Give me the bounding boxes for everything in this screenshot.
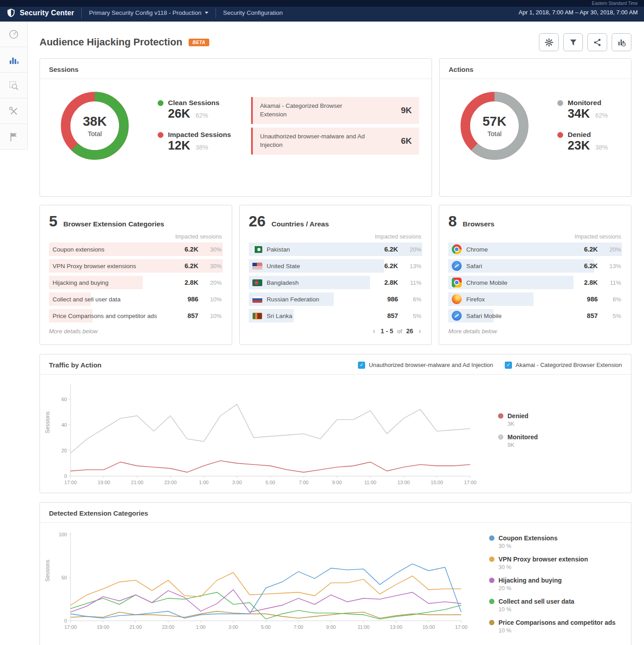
series-checkbox[interactable]: ✓Akamai - Categorized Browser Extension	[505, 362, 622, 369]
sidebar-item-flag[interactable]	[0, 124, 28, 150]
legend-series-value: 3K	[507, 421, 538, 427]
config-selector[interactable]: Primary Security Config v118 - Productio…	[89, 9, 208, 16]
row-value: 986	[377, 296, 398, 303]
table-row[interactable]: Firefox9866%	[448, 292, 622, 306]
more-details-note: More details below	[49, 328, 223, 335]
table-row[interactable]: Safari Mobile8575%	[448, 309, 622, 322]
gear-button[interactable]	[539, 33, 559, 51]
impacted-sessions-header: Impacted sessions	[49, 234, 222, 240]
callout-label: Akamai - Categorized Browser Extension	[260, 102, 368, 119]
safari-icon	[452, 261, 462, 271]
row-label: Sri Lanka	[267, 313, 292, 319]
table-row[interactable]: Collect and sell user data98610%	[49, 292, 223, 306]
svg-text:1:00: 1:00	[196, 624, 205, 630]
left-sidebar	[0, 22, 28, 645]
row-value: 986	[577, 296, 598, 303]
shield-icon	[6, 8, 16, 18]
legend-series-value: 30 %	[498, 543, 616, 549]
countries-panel: 26 Countries / Areas Impacted sessions P…	[239, 205, 432, 345]
table-row[interactable]: Sri Lanka8575%	[249, 309, 423, 322]
next-page-button[interactable]: ›	[417, 327, 422, 335]
legend-dot-icon	[489, 620, 494, 625]
legend-value: 34K	[568, 107, 590, 121]
row-label: Collect and sell user data	[53, 296, 121, 303]
table-row[interactable]: Hijacking and buying2.8K20%	[49, 276, 223, 289]
date-range-selector[interactable]: Apr 1, 2018, 7:00 AM – Apr 30, 2018, 7:0…	[519, 9, 638, 16]
legend-value: 26K	[168, 107, 190, 121]
app-title: Security Center	[20, 9, 74, 17]
impacted-sessions-header: Impacted sessions	[448, 234, 621, 240]
row-value: 2.8K	[178, 279, 198, 286]
row-value: 6.2K	[178, 262, 198, 269]
flag-us-icon	[252, 263, 262, 269]
table-row[interactable]: VPN Proxy browser extensions6.2K30%	[49, 259, 223, 273]
legend-dot-icon	[158, 132, 163, 138]
row-label: Chrome Mobile	[466, 279, 507, 286]
flag-icon	[8, 131, 19, 142]
row-label: United State	[267, 263, 300, 269]
table-row[interactable]: Chrome6.2K20%	[448, 243, 622, 256]
actions-panel: Actions 57K Total Monitored34K62%Denied2…	[439, 58, 631, 197]
sessions-panel-title: Sessions	[40, 59, 432, 79]
legend-item: Clean Sessions26K62%	[158, 99, 231, 121]
row-percent: 13%	[402, 263, 421, 269]
svg-text:3:00: 3:00	[232, 480, 242, 485]
legend-label: Clean Sessions	[168, 99, 220, 107]
detected-y-axis-label: Sessions	[44, 560, 51, 582]
svg-text:3:00: 3:00	[229, 624, 238, 630]
sidebar-item-bar-chart[interactable]	[0, 47, 28, 73]
row-value: 857	[377, 312, 398, 319]
row-value: 6.2K	[377, 262, 398, 269]
sidebar-item-grid-search[interactable]	[0, 73, 28, 98]
countries-pagination: ‹ 1 - 5 of 26 ›	[249, 327, 423, 335]
svg-text:0: 0	[64, 473, 67, 479]
legend-series-value: 10 %	[498, 606, 616, 613]
chrome-mobile-icon	[452, 278, 462, 287]
browsers-count: 8	[448, 212, 457, 230]
row-value: 6.2K	[577, 246, 598, 253]
table-row[interactable]: Pakistan6.2K20%	[249, 243, 423, 256]
svg-text:0: 0	[64, 618, 67, 623]
svg-text:17:00: 17:00	[64, 480, 77, 485]
impacted-callout: Akamai - Categorized Browser Extension9K	[251, 97, 419, 124]
row-label: Chrome	[466, 246, 488, 253]
chart-legend-item: Monitored9K	[498, 433, 538, 448]
table-row[interactable]: Price Comparisons and competitor ads8571…	[49, 309, 223, 322]
traffic-by-action-panel: Traffic by Action ✓Unauthorized browser-…	[40, 354, 631, 493]
table-row[interactable]: Russian Federation9866%	[249, 292, 423, 306]
sessions-donut-chart: 38K Total	[61, 92, 129, 160]
impacted-sessions-header: Impacted sessions	[249, 234, 422, 240]
legend-value: 12K	[168, 139, 190, 153]
row-percent: 20%	[203, 279, 222, 286]
row-label: Safari	[466, 263, 482, 269]
table-row[interactable]: Coupon extensions6.2K30%	[49, 243, 223, 256]
section-label[interactable]: Security Configuration	[223, 9, 283, 16]
callout-label: Unauthorized browser-malware and Ad Inje…	[260, 133, 368, 150]
table-row[interactable]: Safari6.2K13%	[448, 259, 622, 273]
sidebar-item-tools[interactable]	[0, 98, 28, 124]
row-percent: 20%	[402, 246, 421, 253]
filter-button[interactable]	[563, 33, 583, 51]
browsers-panel: 8 Browsers Impacted sessions Chrome6.2K2…	[439, 205, 631, 345]
legend-dot-icon	[489, 557, 494, 562]
row-label: Price Comparisons and competitor ads	[53, 313, 157, 319]
table-row[interactable]: Chrome Mobile2.8K11%	[448, 276, 622, 289]
share-button[interactable]	[587, 33, 607, 51]
timezone-label: Eastern Standard Time	[592, 1, 638, 6]
detected-chart-title: Detected Extension Categories	[49, 509, 148, 517]
sidebar-item-gauge[interactable]	[0, 22, 28, 47]
report-clock-button[interactable]	[612, 33, 631, 51]
bar-chart-icon	[8, 54, 19, 66]
row-percent: 13%	[602, 263, 621, 269]
page-of-label: of	[397, 328, 402, 335]
table-row[interactable]: Bangladesh2.8K11%	[249, 276, 423, 289]
safari-mobile-icon	[452, 311, 462, 321]
table-row[interactable]: United State6.2K13%	[249, 259, 423, 273]
svg-text:7:00: 7:00	[299, 480, 308, 485]
gear-icon	[544, 38, 554, 47]
series-checkbox[interactable]: ✓Unauthorized browser-malware and Ad Inj…	[358, 362, 493, 369]
prev-page-button[interactable]: ‹	[371, 327, 376, 335]
row-value: 2.8K	[577, 279, 598, 286]
traffic-series-toggles: ✓Unauthorized browser-malware and Ad Inj…	[358, 362, 622, 369]
tools-icon	[8, 106, 19, 117]
